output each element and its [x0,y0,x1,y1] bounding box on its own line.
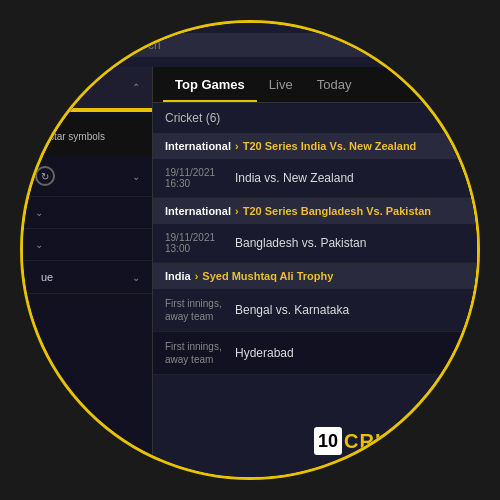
chevron-down-5: ⌄ [132,272,140,283]
chevron-down-3: ⌄ [35,207,43,218]
match-date-1: 19/11/2021 [165,167,225,178]
first-innings-4: First innings, away team [165,340,225,366]
tabs-bar: Top Games Live Today [153,67,477,103]
match-time-1: 19/11/2021 16:30 [165,167,225,189]
match-row-1[interactable]: 19/11/2021 16:30 India vs. New Zealand [153,159,477,198]
match-row-3[interactable]: First innings, away team Bengal vs. Karn… [153,289,477,332]
match-row-2[interactable]: 19/11/2021 13:00 Bangladesh vs. Pakistan [153,224,477,263]
match-name-4: Hyderabad [235,346,465,360]
match-name-3: Bengal vs. Karnataka [235,303,465,317]
sidebar-item-label-5: ue [41,271,132,283]
chevron-down-2: ⌄ [132,171,140,182]
chevron-down-4: ⌄ [35,239,43,250]
top-bar: MT +3:00 🔍 [23,23,477,67]
separator-3: › [195,270,199,282]
logo-cric: CRIC [344,430,397,453]
main-circle: MT +3:00 🔍 ↻ ⌃ on star symbols ↻ ⌄ ⌄ [20,20,480,480]
sidebar-item-5[interactable]: ue ⌄ [23,261,152,294]
right-panel[interactable]: Top Games Live Today Cricket (6) Interna… [153,67,477,480]
match-group-header-1: International › T20 Series India Vs. New… [153,133,477,159]
separator-2: › [235,205,239,217]
logo-10: 10 [314,427,342,455]
sidebar-item-2[interactable]: ↻ ⌄ [23,156,152,197]
sidebar-item-3[interactable]: ⌄ [23,197,152,229]
tab-today[interactable]: Today [305,67,364,102]
match-row-4[interactable]: First innings, away team Hyderabad [153,332,477,375]
sidebar-top: on star symbols [23,116,152,156]
section-header: Cricket (6) [153,103,477,133]
match-group-header-2: International › T20 Series Bangladesh Vs… [153,198,477,224]
category-2: International [165,205,231,217]
tab-live[interactable]: Live [257,67,305,102]
sidebar: ↻ ⌃ on star symbols ↻ ⌄ ⌄ ⌄ ue ⌄ [23,67,153,480]
logo-area: 10 CRIC [314,427,397,455]
match-name-1: India vs. New Zealand [235,171,465,185]
refresh-icon-2: ↻ [35,166,55,186]
category-3: India [165,270,191,282]
chevron-up-1: ⌃ [132,82,140,93]
search-icon: 🔍 [102,38,117,52]
sidebar-item-1[interactable]: ↻ ⌃ [23,67,152,108]
series-2: T20 Series Bangladesh Vs. Pakistan [243,205,431,217]
category-1: International [165,140,231,152]
match-clock-2: 13:00 [165,243,225,254]
series-1: T20 Series India Vs. New Zealand [243,140,417,152]
match-clock-1: 16:30 [165,178,225,189]
match-group-header-3: India › Syed Mushtaq Ali Trophy [153,263,477,289]
tab-top-games[interactable]: Top Games [163,67,257,102]
refresh-icon-1: ↻ [35,77,55,97]
sidebar-item-4[interactable]: ⌄ [23,229,152,261]
search-box[interactable]: 🔍 [92,33,463,57]
separator-1: › [235,140,239,152]
star-symbols-label: on star symbols [35,131,105,142]
timezone-label: MT +3:00 [37,39,84,51]
series-3: Syed Mushtaq Ali Trophy [202,270,333,282]
first-innings-3: First innings, away team [165,297,225,323]
match-name-2: Bangladesh vs. Pakistan [235,236,465,250]
match-date-2: 19/11/2021 [165,232,225,243]
search-input[interactable] [123,38,273,52]
main-content: ↻ ⌃ on star symbols ↻ ⌄ ⌄ ⌄ ue ⌄ [23,67,477,480]
yellow-divider [23,108,152,112]
match-time-2: 19/11/2021 13:00 [165,232,225,254]
